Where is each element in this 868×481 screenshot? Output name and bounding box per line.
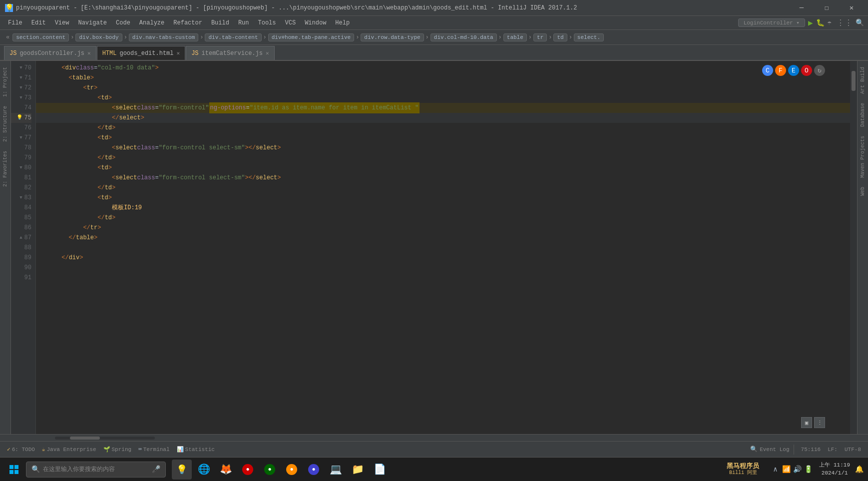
fold-70[interactable]: ▼ xyxy=(18,63,22,73)
code-line-72[interactable]: <tr> xyxy=(36,83,850,93)
minimize-button[interactable]: ─ xyxy=(790,0,813,16)
scrollbar[interactable] xyxy=(850,61,857,434)
code-line-77[interactable]: <td> xyxy=(36,133,850,143)
menu-edit[interactable]: Edit xyxy=(27,17,50,29)
breadcrumb-div-home[interactable]: div#home.tab-pane.active xyxy=(268,33,354,41)
breadcrumb-tr[interactable]: tr xyxy=(533,33,547,41)
notification-button[interactable]: 🔔 xyxy=(854,465,864,475)
breadcrumb-div-box-body[interactable]: div.box-body xyxy=(75,33,122,41)
hscroll-thumb[interactable] xyxy=(70,437,100,440)
menu-file[interactable]: File xyxy=(4,17,26,29)
taskbar-app-pdf[interactable]: 📄 xyxy=(370,460,390,480)
code-line-75[interactable]: </select> xyxy=(36,113,850,123)
breadcrumb-div-row[interactable]: div.row.data-type xyxy=(361,33,424,41)
status-java-enterprise[interactable]: ☕ Java Enterprise xyxy=(39,444,99,456)
menu-run[interactable]: Run xyxy=(234,17,253,29)
code-editor[interactable]: C F E O ↻ <div class="col-md-10 data"> <… xyxy=(36,61,850,434)
chrome-icon[interactable]: C xyxy=(762,65,773,76)
tab-goodscontroller-close[interactable]: ✕ xyxy=(87,50,91,56)
breadcrumb-section-content[interactable]: section.content xyxy=(12,33,69,41)
debug-button[interactable]: 🐛 xyxy=(816,18,825,27)
status-todo[interactable]: ✓ 6: TODO xyxy=(4,444,38,456)
code-line-91[interactable] xyxy=(36,273,850,283)
login-controller-dropdown[interactable]: LoginController ▾ xyxy=(738,18,805,27)
code-line-73[interactable]: <td> xyxy=(36,93,850,103)
hscroll-track[interactable] xyxy=(55,437,155,440)
sidebar-maven[interactable]: Maven Projects xyxy=(859,132,867,182)
taskbar-app-laptop[interactable]: 💻 xyxy=(326,460,346,480)
taskbar-app-chrome[interactable]: 🌐 xyxy=(194,460,214,480)
code-line-74[interactable]: <select class="form-control" ng-options=… xyxy=(36,103,850,113)
fold-87[interactable]: ▲ xyxy=(18,233,22,243)
bulb-icon[interactable]: 💡 xyxy=(16,113,22,123)
code-line-87[interactable]: </table> xyxy=(36,233,850,243)
breadcrumb-div-nav-tabs[interactable]: div.nav-tabs-custom xyxy=(129,33,198,41)
fold-72[interactable]: ▼ xyxy=(18,83,22,93)
code-line-81[interactable]: <select class="form-control select-sm" >… xyxy=(36,173,850,183)
taskbar-app-folder[interactable]: 📁 xyxy=(348,460,368,480)
sidebar-project[interactable]: 1: Project xyxy=(1,63,9,101)
windows-search[interactable]: 🔍 在这里输入你要搜索的内容 🎤 xyxy=(26,462,166,478)
scroll-thumb[interactable] xyxy=(852,71,856,91)
opera-icon[interactable]: O xyxy=(801,65,812,76)
coverage-button[interactable]: ☂ xyxy=(828,18,832,27)
menu-analyze[interactable]: Analyze xyxy=(135,17,168,29)
code-line-78[interactable]: <select class="form-control select-sm" >… xyxy=(36,143,850,153)
code-line-76[interactable]: </td> xyxy=(36,123,850,133)
status-position[interactable]: 75:116 xyxy=(798,444,824,456)
code-line-83[interactable]: <td> xyxy=(36,193,850,203)
taskbar-app-blue[interactable]: ● xyxy=(304,460,324,480)
code-line-85[interactable]: </td> xyxy=(36,213,850,223)
menu-refactor[interactable]: Refactor xyxy=(169,17,206,29)
maximize-button[interactable]: ☐ xyxy=(815,0,838,16)
taskbar-app-orange[interactable]: ● xyxy=(282,460,302,480)
sidebar-database[interactable]: Database xyxy=(859,99,867,131)
sidebar-favorites[interactable]: 2: Favorites xyxy=(1,147,9,191)
menu-tools[interactable]: Tools xyxy=(254,17,280,29)
tray-network[interactable]: 📶 xyxy=(781,465,791,475)
tab-itemcatservice[interactable]: JS itemCatService.js ✕ xyxy=(186,46,274,60)
tab-itemcatservice-close[interactable]: ✕ xyxy=(266,50,269,56)
taskbar-clock[interactable]: 上午 11:19 2024/1/1 xyxy=(819,462,850,477)
tray-arrow[interactable]: ∧ xyxy=(770,465,780,475)
taskbar-app-intellij[interactable]: 💡 xyxy=(172,460,192,480)
firefox-icon[interactable]: F xyxy=(775,65,786,76)
settings-btn[interactable]: ⋮ xyxy=(814,417,825,428)
code-line-90[interactable] xyxy=(36,263,850,273)
run-button[interactable]: ▶ xyxy=(808,18,813,28)
menu-navigate[interactable]: Navigate xyxy=(74,17,111,29)
code-line-82[interactable]: </td> xyxy=(36,183,850,193)
insert-mode-button[interactable]: ▣ xyxy=(801,417,812,428)
breadcrumb-select[interactable]: select. xyxy=(574,33,604,41)
status-spring[interactable]: 🌱 Spring xyxy=(100,444,135,456)
fold-80[interactable]: ▼ xyxy=(18,163,22,173)
breadcrumb-div-tab-content[interactable]: div.tab-content xyxy=(205,33,261,41)
windows-start-button[interactable] xyxy=(4,460,24,480)
breadcrumb-td[interactable]: td xyxy=(553,33,567,41)
search-everywhere-button[interactable]: 🔍 xyxy=(856,18,864,27)
code-line-79[interactable]: </td> xyxy=(36,153,850,163)
code-line-89[interactable]: </div> xyxy=(36,253,850,263)
code-line-70[interactable]: <div class="col-md-10 data"> xyxy=(36,63,850,73)
taskbar-app-green[interactable]: ● xyxy=(260,460,280,480)
horizontal-scrollbar[interactable] xyxy=(0,434,868,441)
taskbar-app-firefox[interactable]: 🦊 xyxy=(216,460,236,480)
code-line-84[interactable]: 模板ID:19 xyxy=(36,203,850,213)
menu-window[interactable]: Window xyxy=(301,17,330,29)
sidebar-web[interactable]: Web xyxy=(859,183,867,200)
code-line-86[interactable]: </tr> xyxy=(36,223,850,233)
menu-view[interactable]: View xyxy=(51,17,73,29)
tray-battery[interactable]: 🔋 xyxy=(803,465,813,475)
fold-71[interactable]: ▼ xyxy=(18,73,22,83)
breadcrumb-back[interactable]: « xyxy=(4,34,11,41)
menu-build[interactable]: Build xyxy=(207,17,233,29)
breadcrumb-table[interactable]: table xyxy=(503,33,527,41)
taskbar-app-red[interactable]: ● xyxy=(238,460,258,480)
tab-goods-edit[interactable]: HTML goods_edit.html ✕ xyxy=(97,46,185,60)
code-line-80[interactable]: <td> xyxy=(36,163,850,173)
refresh-icon[interactable]: ↻ xyxy=(814,65,825,76)
status-encoding[interactable]: UTF-8 xyxy=(842,444,864,456)
code-line-88[interactable] xyxy=(36,243,850,253)
grid-button[interactable]: ⋮⋮ xyxy=(837,18,853,28)
fold-77[interactable]: ▼ xyxy=(18,133,22,143)
